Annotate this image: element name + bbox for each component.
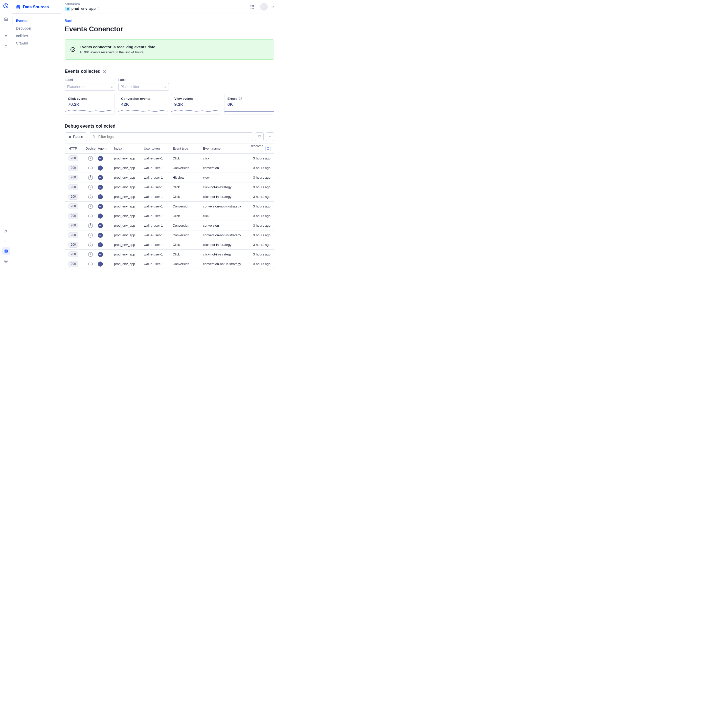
table-row[interactable]: 200 ? prod_env_app wall-e-user-1 Click c… [65, 182, 274, 192]
filter-button[interactable] [255, 133, 264, 141]
columns-icon [266, 147, 269, 150]
table-row[interactable]: 200 ? prod_env_app wall-e-user-1 Hit vie… [65, 173, 274, 182]
banner-sub: 10,901 events received (in the last 24 h… [79, 50, 155, 55]
agent-icon [98, 175, 103, 180]
http-status: 200 [68, 174, 78, 180]
nav-settings-icon[interactable] [2, 257, 10, 265]
back-link[interactable]: Back [65, 19, 72, 23]
table-row[interactable]: 200 ? prod_env_app wall-e-user-1 Convers… [65, 163, 274, 173]
filter-label-b: Label [118, 78, 169, 82]
nav-home-icon[interactable] [2, 15, 10, 23]
metric-value: 9.3K [175, 102, 218, 108]
metric-card[interactable]: Conversion events 42K [118, 94, 168, 114]
chevron-down-icon[interactable] [271, 5, 274, 8]
avatar[interactable] [260, 3, 268, 11]
device-icon: ? [88, 252, 93, 257]
download-button[interactable] [266, 133, 274, 141]
table-row[interactable]: 200 ? prod_env_app wall-e-user-1 Click c… [65, 192, 274, 201]
http-status: 200 [68, 251, 78, 257]
row-event-type: Conversion [173, 223, 203, 228]
agent-icon [98, 194, 103, 199]
row-event-type: Click [173, 252, 203, 257]
row-event-type: Click [173, 214, 203, 218]
table-row[interactable]: 200 ? prod_env_app wall-e-user-1 Convers… [65, 259, 274, 269]
table-row[interactable]: 200 ? prod_env_app wall-e-user-1 Click c… [65, 249, 274, 259]
row-token: wall-e-user-1 [144, 156, 173, 161]
agent-icon [98, 223, 103, 228]
svg-rect-14 [252, 7, 253, 8]
svg-point-6 [17, 5, 20, 7]
http-status: 200 [68, 261, 78, 267]
download-icon [268, 135, 272, 139]
agent-icon [98, 156, 103, 161]
device-icon: ? [88, 204, 93, 209]
agent-icon [98, 166, 103, 170]
row-index: prod_env_app [114, 262, 144, 266]
svg-rect-8 [252, 5, 253, 6]
sidebar-item-indicies[interactable]: Indicies [16, 32, 61, 40]
agent-icon [98, 185, 103, 190]
app-selector[interactable]: PR prod_env_app [65, 6, 100, 12]
sidebar-item-debugger[interactable]: Debugger [16, 25, 61, 32]
sidebar-item-events[interactable]: Events [12, 17, 61, 25]
metric-label: Errors [227, 97, 271, 101]
row-event-type: Conversion [173, 166, 203, 170]
filter-label-a: Label [65, 78, 115, 82]
agent-icon [98, 204, 103, 209]
http-status: 200 [68, 242, 78, 248]
row-event-name: conversion [203, 166, 247, 170]
row-index: prod_env_app [114, 185, 144, 189]
nav-analytics-icon[interactable] [2, 237, 10, 245]
table-row[interactable]: 200 ? prod_env_app wall-e-user-1 Convers… [65, 230, 274, 240]
row-token: wall-e-user-1 [144, 185, 173, 189]
table-row[interactable]: 200 ? prod_env_app wall-e-user-1 Convers… [65, 221, 274, 230]
sidebar-item-crawler[interactable]: Crawler [16, 40, 61, 47]
http-status: 200 [68, 232, 78, 238]
agent-icon [98, 213, 103, 219]
row-event-type: Conversion [173, 233, 203, 238]
row-index: prod_env_app [114, 166, 144, 170]
row-index: prod_env_app [114, 223, 144, 228]
device-icon: ? [88, 262, 93, 266]
table-row[interactable]: 200 ? prod_env_app wall-e-user-1 Click c… [65, 211, 274, 221]
filter-select-b[interactable]: Placeholder [118, 83, 169, 91]
info-icon[interactable] [103, 69, 107, 73]
agent-icon [98, 242, 103, 247]
funnel-icon [257, 135, 261, 139]
metric-label: Conversion events [121, 97, 165, 101]
app-name: prod_env_app [72, 6, 96, 12]
nav-datasources-icon[interactable] [2, 247, 10, 255]
row-token: wall-e-user-1 [144, 214, 173, 218]
table-row[interactable]: 200 ? prod_env_app wall-e-user-1 Convers… [65, 201, 274, 211]
filter-select-a[interactable]: Placeholder [65, 83, 115, 91]
metric-label: View events [175, 97, 218, 101]
nav-rocket-icon[interactable] [2, 227, 10, 235]
check-icon [70, 47, 75, 52]
table-row[interactable]: 200 ? prod_env_app wall-e-user-1 Click c… [65, 240, 274, 249]
http-status: 200 [68, 156, 78, 161]
row-token: wall-e-user-1 [144, 204, 173, 209]
metric-card[interactable]: View events 9.3K [171, 94, 221, 114]
search-icon [92, 135, 96, 138]
metric-value: 70.2K [68, 102, 111, 108]
table-row[interactable]: 200 ? prod_env_app wall-e-user-1 Click c… [65, 153, 274, 163]
pause-button[interactable]: Pause [65, 133, 87, 141]
columns-button[interactable] [266, 146, 271, 151]
apps-grid-icon[interactable] [250, 4, 254, 9]
svg-rect-9 [253, 5, 254, 6]
nav-tag2-icon[interactable] [2, 42, 10, 50]
row-event-name: conversion-not-in-strategy [203, 262, 247, 266]
device-icon: ? [88, 233, 93, 238]
http-status: 200 [68, 213, 78, 219]
database-icon [16, 5, 20, 9]
row-received: 3 hours ago [247, 185, 270, 189]
metric-card[interactable]: Click events 70.2K [65, 94, 115, 114]
http-status: 200 [68, 203, 78, 209]
row-received: 3 hours ago [247, 233, 270, 238]
icon-rail [0, 0, 12, 269]
row-token: wall-e-user-1 [144, 262, 173, 266]
metric-card[interactable]: Errors 0K [224, 94, 274, 114]
svg-rect-12 [253, 6, 254, 7]
nav-tag-icon[interactable] [2, 32, 10, 40]
filter-logs-input[interactable] [89, 133, 253, 141]
